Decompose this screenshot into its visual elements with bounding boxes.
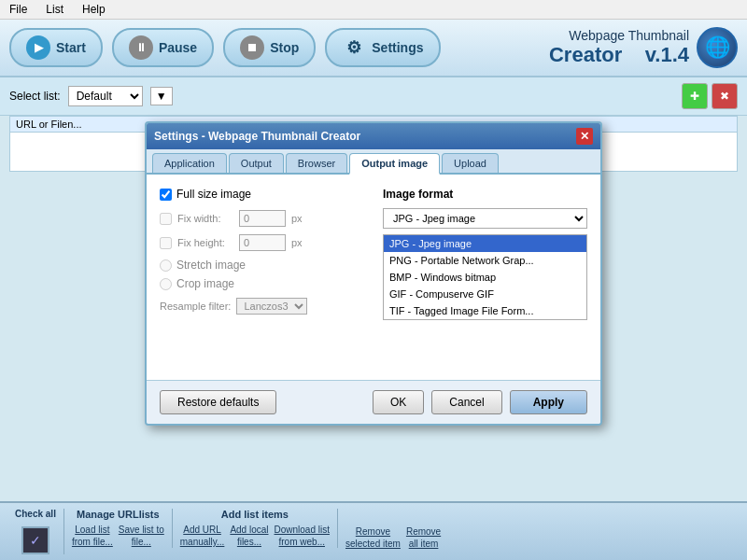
- crop-radio[interactable]: [160, 278, 172, 290]
- fix-height-input[interactable]: 0: [239, 234, 286, 251]
- fix-height-checkbox[interactable]: [160, 237, 172, 249]
- tab-output[interactable]: Output: [229, 153, 284, 173]
- stretch-label: Stretch image: [176, 259, 246, 272]
- crop-label: Crop image: [176, 277, 234, 290]
- format-opt-bmp[interactable]: BMP - Windows bitmap: [384, 269, 586, 286]
- dialog-close-button[interactable]: ✕: [576, 128, 593, 145]
- dialog-tabs: Application Output Browser Output image …: [147, 149, 600, 175]
- fix-height-px: px: [291, 237, 303, 248]
- fix-width-px: px: [291, 213, 303, 224]
- fix-width-row: Fix width: 0 px: [160, 210, 364, 227]
- format-dropdown-list: JPG - Jpeg image PNG - Portable Network …: [383, 234, 587, 320]
- ok-button[interactable]: OK: [373, 390, 424, 414]
- format-select-wrapper: JPG - Jpeg image: [383, 208, 587, 229]
- full-size-label: Full size image: [176, 188, 251, 201]
- format-opt-gif[interactable]: GIF - Compuserve GIF: [384, 286, 586, 302]
- left-section: Full size image Fix width: 0 px Fix heig…: [160, 188, 364, 320]
- restore-defaults-button[interactable]: Restore defaults: [160, 390, 276, 414]
- format-select[interactable]: JPG - Jpeg image: [383, 208, 587, 229]
- tab-application[interactable]: Application: [152, 153, 227, 173]
- dialog-overlay: Settings - Webpage Thumbnail Creator ✕ A…: [0, 0, 747, 560]
- full-size-row: Full size image: [160, 188, 364, 201]
- resample-select[interactable]: Lanczos3: [236, 298, 307, 315]
- right-section: Image format JPG - Jpeg image JPG - Jpeg…: [383, 188, 587, 320]
- tab-output-image[interactable]: Output image: [349, 153, 440, 175]
- format-opt-jpg[interactable]: JPG - Jpeg image: [384, 235, 586, 252]
- fix-width-checkbox[interactable]: [160, 213, 172, 225]
- format-opt-tif[interactable]: TIF - Tagged Image File Form...: [384, 302, 586, 319]
- fix-width-label: Fix width:: [177, 213, 233, 224]
- dialog-body: Full size image Fix width: 0 px Fix heig…: [147, 175, 600, 380]
- resample-row: Resample filter: Lanczos3: [160, 298, 364, 315]
- fix-height-label: Fix height:: [177, 237, 233, 248]
- fix-width-input[interactable]: 0: [239, 210, 286, 227]
- dialog-footer: Restore defaults OK Cancel Apply: [147, 380, 600, 424]
- dialog-section: Full size image Fix width: 0 px Fix heig…: [160, 188, 587, 320]
- format-opt-png[interactable]: PNG - Portable Network Grap...: [384, 252, 586, 269]
- fix-height-row: Fix height: 0 px: [160, 234, 364, 251]
- crop-row: Crop image: [160, 277, 364, 290]
- tab-browser[interactable]: Browser: [286, 153, 347, 173]
- stretch-row: Stretch image: [160, 259, 364, 272]
- dialog-titlebar: Settings - Webpage Thumbnail Creator ✕: [147, 123, 600, 149]
- full-size-checkbox[interactable]: [160, 189, 172, 201]
- stretch-radio[interactable]: [160, 259, 172, 272]
- image-format-title: Image format: [383, 188, 587, 201]
- cancel-button[interactable]: Cancel: [431, 390, 501, 414]
- tab-upload[interactable]: Upload: [442, 153, 499, 173]
- settings-dialog: Settings - Webpage Thumbnail Creator ✕ A…: [145, 121, 602, 426]
- apply-button[interactable]: Apply: [510, 390, 587, 414]
- dialog-title: Settings - Webpage Thumbnail Creator: [154, 130, 360, 143]
- resample-label: Resample filter:: [160, 301, 231, 312]
